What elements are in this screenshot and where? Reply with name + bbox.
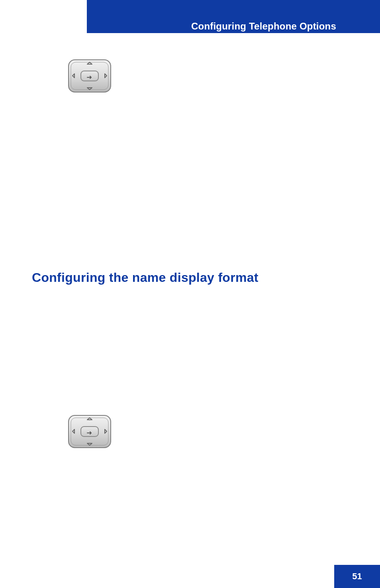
svg-rect-5 xyxy=(81,427,98,437)
header-bar: Configuring Telephone Options xyxy=(87,0,380,33)
chapter-title: Configuring Telephone Options xyxy=(191,21,336,32)
navigation-key-illustration xyxy=(68,415,112,448)
section-heading: Configuring the name display format xyxy=(32,270,259,285)
manual-page: Configuring Telephone Options xyxy=(0,0,380,588)
navigation-key-illustration xyxy=(68,59,112,93)
svg-rect-2 xyxy=(81,71,98,81)
page-number: 51 xyxy=(334,565,380,588)
